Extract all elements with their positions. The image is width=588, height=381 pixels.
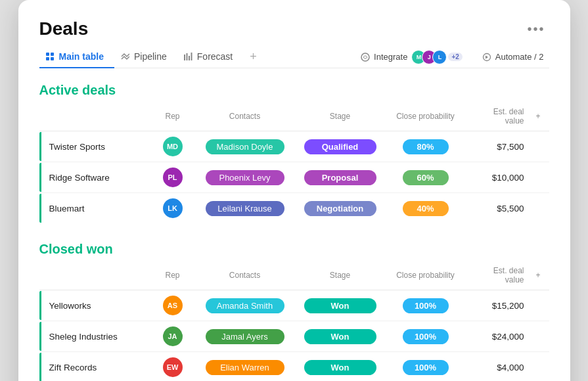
active-col-headers: Rep Contacts Stage Close probability Est… xyxy=(39,104,549,131)
value-cell: $4,000 xyxy=(468,357,531,378)
avatar: JA xyxy=(163,326,183,346)
contact-cell: Amanda Smith xyxy=(192,293,298,319)
contact-pill: Madison Doyle xyxy=(206,139,284,154)
closed-col-add-header[interactable]: + xyxy=(531,263,549,290)
integrate-icon xyxy=(361,53,370,62)
col-prob-header: Close probability xyxy=(383,104,468,131)
stage-pill: Won xyxy=(304,360,376,375)
svg-point-8 xyxy=(361,53,369,61)
automate-button[interactable]: Automate / 2 xyxy=(477,49,549,64)
stage-cell: Won xyxy=(298,324,383,349)
deal-name: Twister Sports xyxy=(41,132,153,161)
avatar-3: L xyxy=(432,50,447,64)
stage-cell: Won xyxy=(298,293,383,319)
col-add-header[interactable]: + xyxy=(531,104,549,131)
closed-col-headers: Rep Contacts Stage Close probability Est… xyxy=(39,263,549,290)
tabs-row: Main table Pipeline Forecast xyxy=(39,46,549,68)
closed-col-rep-header: Rep xyxy=(153,263,192,290)
contact-cell: Madison Doyle xyxy=(192,134,298,160)
table-row: Ridge Software PL Phoenix Levy Proposal xyxy=(39,162,549,193)
col-name-header xyxy=(39,104,153,131)
tab-pipeline-label: Pipeline xyxy=(134,51,167,62)
active-deals-table: Rep Contacts Stage Close probability Est… xyxy=(39,104,549,223)
prob-cell: 40% xyxy=(383,196,468,221)
closed-won-section: Closed won Rep Contacts Stage Close prob… xyxy=(39,242,549,381)
tab-main-table[interactable]: Main table xyxy=(39,46,114,68)
avatar: MD xyxy=(163,137,183,156)
integrate-button[interactable]: Integrate M J L +2 xyxy=(355,47,468,67)
prob-cell: 100% xyxy=(383,293,468,319)
automate-icon xyxy=(482,53,491,62)
tab-forecast[interactable]: Forecast xyxy=(177,46,243,68)
table-row: Zift Records EW Elian Warren Won xyxy=(39,352,549,382)
contact-pill: Elian Warren xyxy=(206,360,284,375)
closed-col-contacts-header: Contacts xyxy=(192,263,298,290)
contact-pill: Phoenix Levy xyxy=(206,170,284,185)
closed-col-prob-header: Close probability xyxy=(383,263,468,290)
value-cell: $10,000 xyxy=(468,168,531,188)
stage-cell: Qualified xyxy=(298,134,383,160)
tab-main-table-label: Main table xyxy=(59,51,104,62)
stage-cell: Negotiation xyxy=(298,196,383,221)
stage-pill: Won xyxy=(304,329,376,344)
stage-pill: Proposal xyxy=(304,170,376,185)
header: Deals ••• xyxy=(39,18,549,39)
rep-cell: EW xyxy=(153,352,192,381)
contact-pill: Amanda Smith xyxy=(206,298,284,313)
avatar: AS xyxy=(163,296,183,315)
contact-cell: Jamal Ayers xyxy=(192,324,298,349)
stage-pill: Negotiation xyxy=(304,201,376,216)
svg-rect-0 xyxy=(46,53,49,56)
deal-name: Yelloworks xyxy=(41,291,153,320)
deal-name: Bluemart xyxy=(41,194,153,223)
col-contacts-header: Contacts xyxy=(192,104,298,131)
closed-col-name-header xyxy=(39,263,153,290)
deal-name: Sheleg Industries xyxy=(41,322,153,351)
tab-pipeline[interactable]: Pipeline xyxy=(114,46,177,68)
value-cell: $24,000 xyxy=(468,326,531,347)
active-deals-title: Active deals xyxy=(39,83,549,98)
add-tab-button[interactable]: + xyxy=(243,46,263,68)
col-rep-header: Rep xyxy=(153,104,192,131)
integrate-label: Integrate xyxy=(374,52,407,62)
svg-rect-7 xyxy=(191,53,192,60)
avatar: PL xyxy=(163,168,183,187)
tab-forecast-label: Forecast xyxy=(197,51,233,62)
prob-cell: 60% xyxy=(383,165,468,190)
closed-col-value-header: Est. deal value xyxy=(468,263,531,290)
value-cell: $7,500 xyxy=(468,137,531,157)
rep-cell: JA xyxy=(153,321,192,351)
col-value-header: Est. deal value xyxy=(468,104,531,131)
rep-cell: MD xyxy=(153,131,192,162)
stage-pill: Qualified xyxy=(304,139,376,154)
closed-col-stage-header: Stage xyxy=(298,263,383,290)
rep-cell: AS xyxy=(153,290,192,321)
rep-cell: LK xyxy=(153,193,192,223)
contact-cell: Elian Warren xyxy=(192,355,298,380)
value-cell: $15,200 xyxy=(468,296,531,316)
stage-pill: Won xyxy=(304,298,376,313)
closed-deals-table: Rep Contacts Stage Close probability Est… xyxy=(39,263,549,381)
stage-cell: Proposal xyxy=(298,165,383,190)
svg-rect-5 xyxy=(186,53,187,60)
svg-rect-4 xyxy=(184,55,185,60)
avatars-cluster: M J L +2 xyxy=(411,50,462,64)
main-window: Deals ••• Main table Pipeline xyxy=(18,0,570,381)
avatar: EW xyxy=(163,357,183,377)
prob-cell: 100% xyxy=(383,324,468,349)
contact-pill: Leilani Krause xyxy=(206,201,284,216)
avatar: LK xyxy=(163,198,183,218)
svg-rect-2 xyxy=(46,57,49,60)
prob-pill: 100% xyxy=(403,329,449,344)
stage-cell: Won xyxy=(298,355,383,380)
contact-cell: Leilani Krause xyxy=(192,196,298,221)
active-deals-section: Active deals Rep Contacts Stage Close pr… xyxy=(39,83,549,223)
page-title: Deals xyxy=(39,18,89,39)
more-button[interactable]: ••• xyxy=(523,20,549,38)
automate-label: Automate / 2 xyxy=(495,52,544,62)
value-cell: $5,500 xyxy=(468,198,531,219)
prob-pill: 100% xyxy=(403,360,449,375)
table-row: Sheleg Industries JA Jamal Ayers Won xyxy=(39,321,549,352)
avatars-plus: +2 xyxy=(448,53,462,61)
svg-rect-6 xyxy=(189,56,190,60)
